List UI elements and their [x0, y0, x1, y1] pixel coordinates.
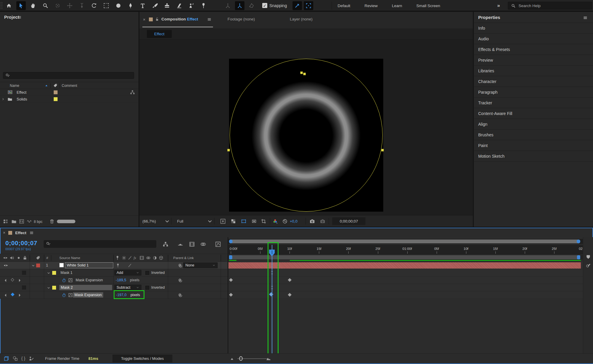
snap-bounding-box-toggle[interactable] [304, 1, 313, 10]
lasso-vertex-tool[interactable] [247, 1, 256, 10]
panel-item-audio[interactable]: Audio [474, 33, 593, 44]
workspace-default[interactable]: Default [338, 4, 350, 8]
rotation-tool[interactable] [89, 1, 99, 10]
solid-color-chip[interactable] [59, 263, 64, 267]
stopwatch-icon[interactable] [62, 293, 66, 297]
magnification-dropdown[interactable]: (66,7%) [142, 219, 156, 223]
property-label-selected[interactable]: Mask Expansion [73, 292, 103, 298]
scrollbar-left-handle[interactable] [229, 240, 233, 243]
panel-item-brushes[interactable]: Brushes [474, 129, 593, 140]
mask-vertex-handle-top2[interactable] [300, 71, 303, 74]
type-tool[interactable] [138, 1, 147, 10]
lock-column-icon[interactable] [23, 256, 27, 260]
selection-tool[interactable] [16, 1, 26, 10]
mask-name[interactable]: Mask 1 [61, 271, 72, 275]
scrollbar-right-handle[interactable] [577, 240, 580, 243]
shy-switch-icon[interactable] [115, 256, 120, 260]
expand-chevron-icon[interactable] [1, 98, 5, 101]
collapse-switch-icon[interactable] [122, 256, 126, 260]
properties-panel-menu-icon[interactable] [583, 15, 588, 20]
layer-duration-bar[interactable] [228, 262, 581, 269]
collapse-switch[interactable] [116, 263, 120, 268]
workspace-overflow-button[interactable]: » [497, 3, 500, 9]
scrollbar-thumb[interactable] [57, 220, 75, 223]
graph-editor-icon[interactable] [215, 241, 221, 247]
exposure-icon[interactable] [282, 218, 288, 224]
workspace-learn[interactable]: Learn [392, 4, 402, 8]
stamp-tool[interactable] [162, 1, 172, 10]
panel-item-character[interactable]: Character [474, 76, 593, 87]
keyframe-at-current-time-icon[interactable] [11, 293, 15, 296]
frame-blend-switch-icon[interactable] [139, 256, 144, 260]
tab-label-swatch[interactable] [149, 17, 153, 21]
next-keyframe-icon[interactable] [19, 279, 20, 282]
roto-brush-tool[interactable] [187, 1, 196, 10]
region-of-interest-icon[interactable] [251, 218, 257, 224]
expand-chevron-icon[interactable] [47, 271, 50, 275]
timeline-tab[interactable]: × Effect [3, 229, 34, 237]
adjustment-layer-switch-icon[interactable] [152, 256, 157, 260]
panel-item-effects-presets[interactable]: Effects & Presets [474, 44, 593, 55]
tab-composition[interactable]: Composition Effect [161, 17, 198, 21]
work-area-bar[interactable] [228, 255, 583, 260]
sort-ascending-icon[interactable] [44, 84, 48, 87]
mask-mode-dropdown[interactable]: Add [114, 270, 142, 276]
current-timecode[interactable]: 0;00;00;07 [5, 240, 37, 247]
work-area[interactable] [229, 255, 580, 259]
puppet-pin-tool[interactable] [199, 1, 208, 10]
panel-item-paint[interactable]: Paint [474, 140, 593, 151]
motion-blur-icon[interactable] [200, 241, 206, 247]
snapshot-icon[interactable] [309, 218, 315, 224]
mask-mode-dropdown[interactable]: Subtract [114, 285, 142, 290]
tab-close-icon[interactable]: × [143, 17, 145, 22]
snapping-checkbox[interactable]: ✓ [262, 3, 267, 8]
orbit-camera-tool[interactable] [53, 1, 62, 10]
transparency-grid-icon[interactable] [230, 218, 236, 224]
preview-timecode[interactable]: 0;00;00;07 [332, 217, 365, 225]
column-header-name[interactable]: Name [10, 84, 19, 88]
mask-visibility-icon[interactable] [241, 218, 247, 224]
snap-to-feature-toggle[interactable] [292, 1, 302, 10]
pen-tool[interactable] [126, 1, 135, 10]
previous-keyframe-icon[interactable] [5, 294, 6, 297]
panel-item-preview[interactable]: Preview [474, 55, 593, 65]
work-area-end-handle[interactable] [577, 255, 580, 259]
timeline-horizontal-scrollbar[interactable] [228, 239, 583, 244]
project-settings-icon[interactable] [27, 219, 32, 224]
mask-vertex-handle-left[interactable] [227, 149, 230, 151]
workspace-review[interactable]: Review [365, 4, 378, 8]
label-swatch-yellow[interactable] [54, 97, 58, 101]
mask1-expansion-row[interactable]: Mask Expansion -189,5 pixels [0, 277, 228, 284]
layer-row-white-solid[interactable]: 1 White Solid 1 None [0, 262, 228, 269]
zoom-tool[interactable] [41, 1, 50, 10]
label-swatch-tan[interactable] [54, 90, 58, 94]
audio-column-icon[interactable] [9, 256, 14, 260]
lock-toggle[interactable] [22, 271, 26, 275]
channel-select-icon[interactable] [272, 218, 278, 224]
motion-sketch-icon[interactable] [28, 356, 34, 361]
effects-switch-icon[interactable]: fx [133, 256, 138, 260]
mask-vertex-handle-top[interactable] [303, 73, 306, 75]
hand-tool[interactable] [28, 1, 38, 10]
mask-color-swatch[interactable] [52, 271, 56, 275]
new-folder-icon[interactable] [11, 219, 17, 224]
expand-chevron-icon[interactable] [31, 264, 35, 267]
panel-item-align[interactable]: Align [474, 119, 593, 129]
ellipse-tool[interactable] [114, 1, 123, 10]
expressions-icon[interactable]: { } [21, 356, 26, 361]
panel-menu-icon[interactable] [207, 17, 212, 22]
panel-item-content-aware-fill[interactable]: Content-Aware Fill [474, 108, 593, 119]
show-snapshot-icon[interactable] [320, 218, 325, 224]
label-column-icon[interactable] [36, 256, 40, 260]
project-panel-menu-icon[interactable] [17, 15, 22, 20]
parent-dropdown[interactable]: None [183, 262, 218, 268]
property-graph-icon[interactable] [68, 278, 73, 282]
mask-ellipse-outline[interactable] [230, 59, 383, 212]
tab-close-icon[interactable]: × [3, 230, 5, 235]
dolly-camera-tool[interactable] [77, 1, 87, 10]
graph-editor-set-icon[interactable] [12, 356, 18, 361]
panel-item-info[interactable]: Info [474, 23, 593, 33]
inverted-checkbox[interactable] [145, 286, 149, 290]
exposure-value[interactable]: +0,0 [290, 219, 298, 223]
vertex-tool[interactable] [235, 1, 244, 10]
